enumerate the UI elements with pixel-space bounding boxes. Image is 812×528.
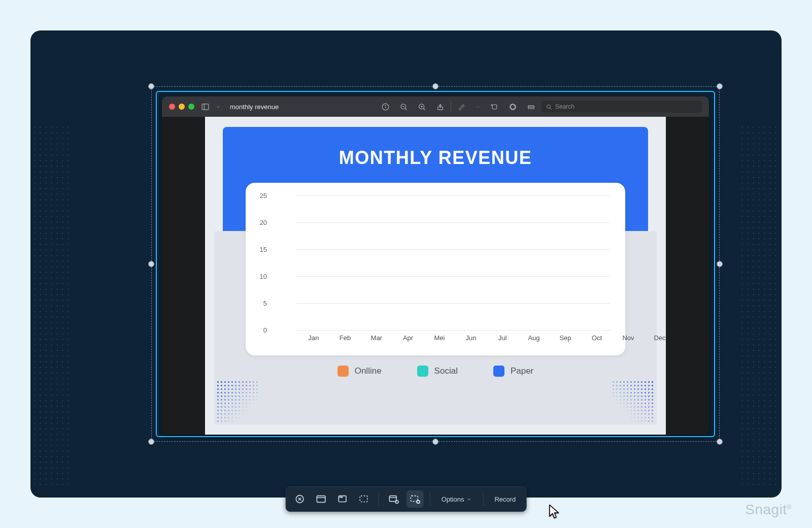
chevron-down-icon [466,497,471,502]
chevron-down-icon[interactable] [216,102,221,111]
markup-shape-icon[interactable] [508,102,517,111]
legend-swatch [337,366,349,377]
crop-icon[interactable] [526,102,535,111]
close-icon[interactable] [169,104,175,110]
chart-card: 0510152025JanFebMarAprMeiJunJulAugSepOct… [246,183,625,355]
window-controls[interactable] [169,104,194,110]
chart-legend: Onlline Social Paper [205,366,666,377]
dots-decoration [739,124,780,485]
zoom-icon[interactable] [188,104,194,110]
svg-point-28 [342,497,343,498]
region-mode-button[interactable] [355,490,373,508]
resize-handle[interactable] [432,439,438,445]
svg-line-6 [405,108,407,110]
x-tick-label: Mar [371,334,382,342]
svg-rect-30 [389,496,396,502]
record-button[interactable]: Record [489,496,521,503]
legend-item-paper: Paper [493,366,533,377]
x-tick-label: Mei [434,334,445,342]
svg-point-27 [341,497,342,498]
titlebar: monthly revenue Search [162,96,709,117]
x-tick-label: Jan [309,334,319,342]
markup-icon[interactable] [457,102,466,111]
info-icon[interactable] [381,102,390,111]
record-label: Record [494,496,516,503]
slide-canvas: MONTHLY REVENUE 0510152025JanFebMarAprMe… [205,117,666,435]
svg-point-4 [385,105,386,106]
halftone-decoration [612,380,655,423]
y-tick-label: 10 [260,273,267,280]
x-tick-label: Jul [498,334,507,342]
legend-swatch [493,366,504,377]
left-gutter [162,117,205,435]
chevron-down-icon[interactable] [476,102,481,111]
window-mode-button[interactable] [334,490,351,508]
scrolling-window-button[interactable] [385,490,402,508]
grid-line [296,330,610,331]
options-dropdown[interactable]: Options [436,496,477,503]
chart-plot: 0510152025JanFebMarAprMeiJunJulAugSepOct… [271,195,610,330]
cursor-icon [547,504,562,521]
svg-point-18 [547,105,551,108]
y-tick-label: 5 [263,300,267,307]
brand-watermark: Snagit® [745,502,792,518]
y-tick-label: 15 [260,246,267,253]
x-tick-label: Feb [340,334,351,342]
legend-label: Social [434,366,458,376]
x-tick-label: Jun [466,334,477,342]
sidebar-toggle-icon[interactable] [200,102,210,111]
resize-handle[interactable] [148,83,154,89]
x-tick-label: Oct [592,334,602,342]
scrolling-region-button[interactable] [407,490,424,508]
resize-handle[interactable] [717,261,723,267]
zoom-in-icon[interactable] [417,102,426,111]
dots-decoration [32,124,73,485]
window-title: monthly revenue [230,103,279,111]
legend-label: Paper [511,366,533,376]
svg-rect-29 [360,496,367,502]
resize-handle[interactable] [432,83,438,89]
resize-handle[interactable] [148,439,154,445]
y-tick-label: 0 [263,326,267,334]
svg-point-34 [417,501,420,504]
x-tick-label: Dec [654,334,665,342]
legend-label: Onlline [355,366,382,376]
svg-point-26 [340,497,340,498]
y-tick-label: 25 [260,192,267,200]
svg-point-32 [395,501,398,504]
y-tick-label: 20 [260,219,267,226]
snagit-backdrop: monthly revenue Search [30,30,782,498]
x-tick-label: Sep [559,334,571,342]
svg-point-15 [510,104,515,109]
x-tick-label: Nov [622,334,634,342]
fullscreen-mode-button[interactable] [313,490,330,508]
right-gutter [666,117,709,435]
minimize-icon[interactable] [179,104,185,110]
search-placeholder: Search [555,103,574,110]
options-label: Options [442,496,464,503]
legend-item-online: Onlline [337,366,382,377]
svg-line-9 [423,108,425,110]
svg-line-19 [550,108,552,109]
legend-item-social: Social [417,366,458,377]
halftone-decoration [216,380,259,423]
resize-handle[interactable] [717,439,723,445]
resize-handle[interactable] [148,261,154,267]
resize-handle[interactable] [717,83,723,89]
x-tick-label: Apr [403,334,413,342]
share-icon[interactable] [435,102,445,111]
bars-container: JanFebMarAprMeiJunJulAugSepOctNovDec [301,195,605,330]
preview-app-window: monthly revenue Search [162,96,709,435]
svg-rect-0 [202,104,209,109]
search-icon [546,104,552,110]
rotate-icon[interactable] [490,102,499,111]
cancel-capture-button[interactable] [291,490,309,508]
svg-rect-23 [317,496,325,503]
svg-rect-33 [411,496,418,502]
search-input[interactable]: Search [542,101,702,113]
legend-swatch [417,366,428,377]
svg-rect-14 [492,105,497,109]
zoom-out-icon[interactable] [399,102,408,111]
snagit-toolbar: Options Record [286,486,527,512]
x-tick-label: Aug [528,334,539,342]
